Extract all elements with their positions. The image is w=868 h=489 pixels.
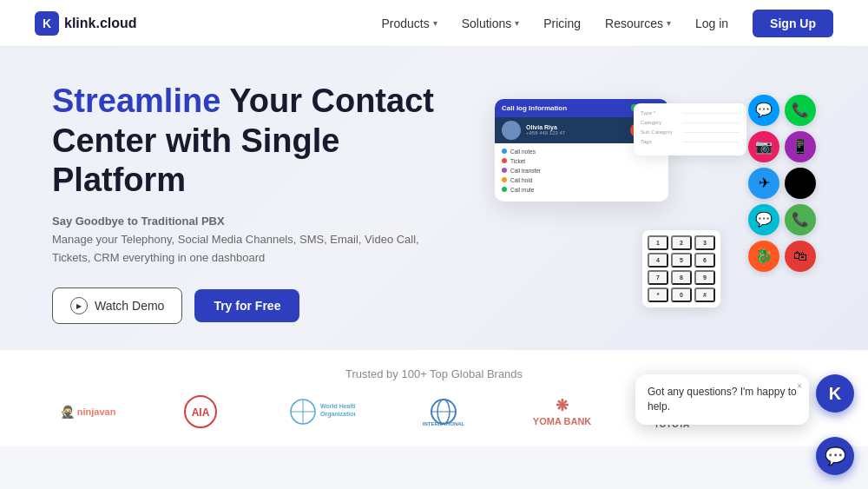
chevron-down-icon: ▾ bbox=[667, 18, 671, 28]
dial-key-8[interactable]: 8 bbox=[671, 270, 692, 285]
form-panel: Type * Category Sub Category Tags bbox=[634, 103, 746, 155]
caller-avatar bbox=[502, 121, 521, 140]
chat-trigger-button[interactable]: 💬 bbox=[816, 437, 854, 475]
chat-close-button[interactable]: × bbox=[797, 381, 802, 391]
dial-key-star[interactable]: * bbox=[648, 287, 668, 302]
who-logo-svg: World Health Organization bbox=[286, 394, 355, 429]
watch-demo-button[interactable]: ▶ Watch Demo bbox=[52, 287, 182, 324]
svg-text:AIA: AIA bbox=[192, 406, 210, 419]
chevron-down-icon: ▾ bbox=[515, 18, 519, 28]
hero-visual: Call log Information Add label Olivia Ri… bbox=[469, 90, 816, 316]
chat-k-icon[interactable]: K bbox=[816, 374, 854, 413]
nav-pricing[interactable]: Pricing bbox=[543, 17, 581, 30]
navbar-links: Products ▾ Solutions ▾ Pricing Resources… bbox=[381, 10, 833, 37]
dial-key-4[interactable]: 4 bbox=[648, 253, 668, 268]
try-free-button[interactable]: Try for Free bbox=[194, 289, 299, 322]
dial-key-1[interactable]: 1 bbox=[648, 235, 668, 250]
app-icons-area: 💬 📷 ✈ 💬 🐉 📞 📱 ♪ 📞 🛍 bbox=[748, 95, 816, 272]
chat-message: Got any questions? I'm happy to help. bbox=[648, 385, 797, 414]
line-icon[interactable]: 📞 bbox=[785, 95, 816, 126]
navbar: K klink.cloud Products ▾ Solutions ▾ Pri… bbox=[0, 0, 868, 47]
logo[interactable]: K klink.cloud bbox=[35, 11, 137, 36]
messenger-icon[interactable]: 💬 bbox=[748, 95, 779, 126]
dial-key-6[interactable]: 6 bbox=[694, 253, 715, 268]
whatsapp-icon[interactable]: 📞 bbox=[785, 204, 816, 235]
chat-panel: Got any questions? I'm happy to help. × bbox=[635, 374, 809, 425]
signup-button[interactable]: Sign Up bbox=[753, 10, 833, 37]
app-icons-col-1: 💬 📷 ✈ 💬 🐉 bbox=[748, 95, 779, 272]
hero-buttons: ▶ Watch Demo Try for Free bbox=[52, 287, 451, 324]
tiktok-icon[interactable]: ♪ bbox=[785, 168, 816, 199]
svg-text:World Health: World Health bbox=[320, 403, 355, 409]
hero-title: Streamline Your Contact Center with Sing… bbox=[52, 82, 451, 201]
chat-widget: Got any questions? I'm happy to help. × … bbox=[635, 374, 854, 475]
dot-icon bbox=[502, 149, 507, 154]
nav-products[interactable]: Products ▾ bbox=[381, 17, 437, 30]
telegram-icon[interactable]: ✈ bbox=[748, 168, 779, 199]
dialpad-grid: 1 2 3 4 5 6 7 8 9 * 0 # bbox=[648, 235, 715, 302]
viber-icon[interactable]: 📱 bbox=[785, 131, 816, 162]
play-icon: ▶ bbox=[70, 297, 88, 314]
dot-icon bbox=[502, 177, 507, 182]
dot-icon bbox=[502, 168, 507, 173]
dial-key-7[interactable]: 7 bbox=[648, 270, 668, 285]
dial-key-5[interactable]: 5 bbox=[671, 253, 692, 268]
brand-yoma: ❋ YOMA BANK bbox=[533, 398, 591, 426]
wechat-icon[interactable]: 💬 bbox=[748, 204, 779, 235]
login-button[interactable]: Log in bbox=[695, 17, 728, 30]
dot-icon bbox=[502, 158, 507, 163]
dial-key-2[interactable]: 2 bbox=[671, 235, 692, 250]
chat-trigger-icon: 💬 bbox=[825, 446, 846, 466]
dial-key-0[interactable]: 0 bbox=[671, 287, 692, 302]
brand-ninjavan-1: 🥷 ninjavan bbox=[60, 405, 116, 419]
hero-description: Manage your Telephony, Social Media Chan… bbox=[52, 231, 451, 268]
svg-text:Organization: Organization bbox=[320, 411, 355, 418]
brand-aia: AIA bbox=[174, 394, 227, 429]
card-row-mute: Call mute bbox=[502, 187, 661, 193]
dial-key-hash[interactable]: # bbox=[694, 287, 715, 302]
dot-icon bbox=[502, 187, 507, 192]
international-logo-svg: INTERNATIONAL bbox=[413, 394, 474, 429]
dial-key-9[interactable]: 9 bbox=[694, 270, 715, 285]
nav-solutions[interactable]: Solutions ▾ bbox=[462, 17, 520, 30]
dialpad: 1 2 3 4 5 6 7 8 9 * 0 # bbox=[642, 230, 720, 307]
card-row-hold: Call hold bbox=[502, 177, 661, 183]
dial-key-3[interactable]: 3 bbox=[694, 235, 715, 250]
shopee-icon[interactable]: 🛍 bbox=[785, 241, 816, 272]
chevron-down-icon: ▾ bbox=[433, 18, 437, 28]
card-row-ticket: Ticket bbox=[502, 158, 661, 164]
app-icons-col-2: 📞 📱 ♪ 📞 🛍 bbox=[785, 95, 816, 272]
logo-text: klink.cloud bbox=[64, 16, 137, 31]
logo-icon: K bbox=[35, 11, 59, 36]
instagram-icon[interactable]: 📷 bbox=[748, 131, 779, 162]
aia-logo-svg: AIA bbox=[174, 394, 227, 429]
dragon-icon[interactable]: 🐉 bbox=[748, 241, 779, 272]
svg-text:INTERNATIONAL: INTERNATIONAL bbox=[423, 421, 465, 426]
hero-subtitle: Say Goodbye to Traditional PBX bbox=[52, 215, 451, 228]
brand-international: INTERNATIONAL bbox=[413, 394, 474, 429]
chat-popup: Got any questions? I'm happy to help. × … bbox=[635, 374, 854, 475]
nav-resources[interactable]: Resources ▾ bbox=[605, 17, 671, 30]
hero-section: Streamline Your Contact Center with Sing… bbox=[0, 47, 868, 350]
caller-name: Olivia Riya bbox=[526, 124, 625, 130]
caller-number: +958 449 123 47 bbox=[526, 130, 625, 135]
hero-content: Streamline Your Contact Center with Sing… bbox=[52, 82, 451, 324]
card-row-transfer: Call transfer bbox=[502, 168, 661, 174]
brand-who: World Health Organization bbox=[286, 394, 355, 429]
